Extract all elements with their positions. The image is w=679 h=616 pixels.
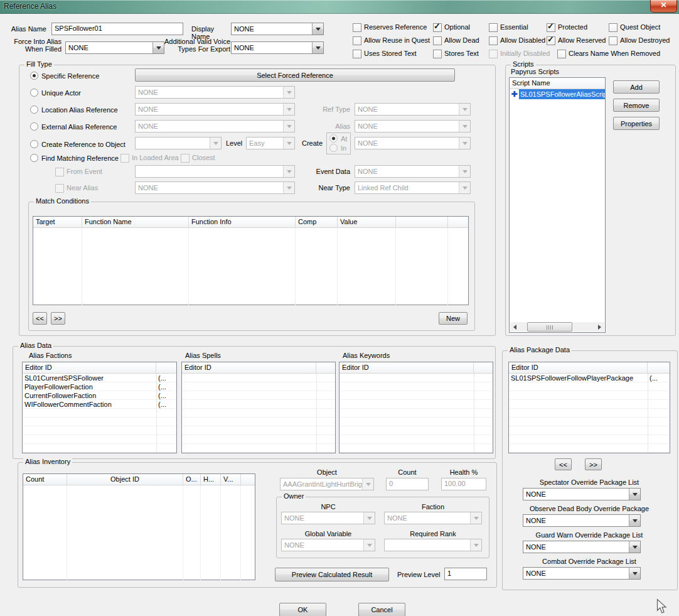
list-body[interactable] [340,374,493,453]
column-function-name[interactable]: Function Name [82,217,189,227]
list-body[interactable]: SL01CurrentSPSFollower(... PlayerFollowe… [23,374,176,453]
conditions-next-button[interactable]: >> [51,312,65,325]
chevron-down-icon[interactable] [312,42,323,53]
list-item[interactable]: PlayerFollowerFaction(... [23,382,176,391]
checkbox-allow-reserved[interactable]: Allow Reserved [547,36,606,45]
checkbox-uses-stored-text[interactable]: Uses Stored Text [353,50,417,58]
checkbox-stores-text[interactable]: Stores Text [433,50,479,58]
column-blank[interactable] [648,362,670,373]
checkbox-essential[interactable]: Essential [489,23,528,32]
column-blank[interactable] [396,217,448,227]
scrollbar-thumb[interactable] [527,322,572,332]
ok-button[interactable]: OK [279,603,326,616]
script-properties-button[interactable]: Properties [613,117,660,130]
column-blank[interactable] [316,362,335,373]
column-blank[interactable] [241,474,255,485]
alias-factions-list[interactable]: Editor ID SL01CurrentSPSFollower(... Pla… [22,362,177,453]
radio-specific-reference[interactable]: Specific Reference [30,72,99,80]
list-body[interactable]: SL01SPSFollowerFollowPlayerPackage(... [509,374,670,453]
alias-inventory-table[interactable]: Count Object ID O... H... V... [23,473,255,580]
scroll-right-arrow-icon[interactable] [595,322,604,332]
chevron-down-icon[interactable] [629,541,640,553]
preview-level-input[interactable]: 1 [444,568,487,580]
guard-warn-override-combo[interactable]: NONE [523,541,641,553]
script-list-item[interactable]: ✚ SL01SPSFollowerAliasScript [510,89,605,99]
column-blank[interactable] [474,362,493,373]
column-count[interactable]: Count [23,474,67,485]
column-v[interactable]: V... [221,474,241,485]
list-item[interactable]: SL01CurrentSPSFollower(... [23,374,176,382]
alias-spells-list[interactable]: Editor ID [181,362,336,453]
close-button[interactable]: ✕ [650,0,677,13]
voice-types-combo[interactable]: NONE [231,41,324,54]
column-editor-id[interactable]: Editor ID [23,362,156,373]
checkbox-reserves-reference[interactable]: Reserves Reference [353,23,427,32]
column-target[interactable]: Target [33,217,82,227]
checkbox-allow-disabled[interactable]: Allow Disabled [489,36,545,45]
checkbox-allow-reuse-in-quest[interactable]: Allow Reuse in Quest [353,36,430,45]
scroll-left-arrow-icon[interactable] [510,322,520,332]
column-comp[interactable]: Comp [296,217,338,227]
table-body[interactable] [33,228,468,305]
radio-external-alias-reference[interactable]: External Alias Reference [30,122,117,131]
title-bar[interactable]: Reference Alias [0,0,679,14]
preview-calculated-result-button[interactable]: Preview Calculated Result [275,568,389,581]
alias-keywords-list[interactable]: Editor ID [339,362,493,453]
checkbox-optional[interactable]: Optional [433,23,470,32]
list-item[interactable]: SL01SPSFollowerFollowPlayerPackage(... [509,374,670,382]
list-body[interactable]: ✚ SL01SPSFollowerAliasScript [510,89,605,322]
column-h[interactable]: H... [201,474,221,485]
column-value[interactable]: Value [338,217,396,227]
chevron-down-icon[interactable] [629,515,640,526]
add-script-button[interactable]: Add [613,80,660,94]
remove-script-button[interactable]: Remove [613,99,660,112]
scrollbar-track[interactable] [520,322,595,332]
display-name-combo[interactable]: NONE [231,23,324,35]
table-body[interactable] [23,485,255,580]
column-editor-id[interactable]: Editor ID [182,362,316,373]
package-prev-button[interactable]: << [555,458,572,470]
radio-create-in: In [329,144,346,152]
chevron-down-icon[interactable] [629,489,640,500]
column-function-info[interactable]: Function Info [189,217,296,227]
alias-package-list[interactable]: Editor ID SL01SPSFollowerFollowPlayerPac… [508,362,670,453]
column-object-id[interactable]: Object ID [67,474,183,485]
radio-location-alias-reference[interactable]: Location Alias Reference [30,105,118,114]
column-editor-id[interactable]: Editor ID [340,362,474,373]
list-item[interactable]: WIFollowerCommentFaction(... [23,400,176,409]
list-body[interactable] [182,374,335,453]
conditions-prev-button[interactable]: << [33,312,47,325]
radio-unique-actor[interactable]: Unique Actor [30,89,81,97]
combat-override-combo[interactable]: NONE [523,567,641,580]
cancel-button[interactable]: Cancel [358,603,405,616]
force-into-alias-label: Force Into Alias When Filled [9,38,61,53]
column-o[interactable]: O... [183,474,201,485]
observe-dead-body-override-combo[interactable]: NONE [523,514,641,527]
radio-create-reference-to-object[interactable]: Create Reference to Object [30,140,126,148]
column-blank[interactable] [448,217,468,227]
alias-inventory-legend: Alias Inventory [23,458,72,465]
checkbox-allow-dead[interactable]: Allow Dead [433,36,479,45]
checkbox-clears-name-when-removed[interactable]: Clears Name When Removed [557,50,660,58]
horizontal-scrollbar[interactable] [510,322,604,332]
spectator-override-combo[interactable]: NONE [523,488,641,500]
force-into-alias-combo[interactable]: NONE [65,41,164,54]
new-condition-button[interactable]: New [439,312,468,325]
chevron-down-icon[interactable] [312,23,323,35]
column-script-name[interactable]: Script Name [510,78,605,89]
column-editor-id[interactable]: Editor ID [509,362,648,373]
checkbox-allow-destroyed[interactable]: Allow Destroyed [609,36,670,45]
checkbox-quest-object[interactable]: Quest Object [609,23,660,32]
radio-find-matching-reference[interactable]: Find Matching Reference [30,154,119,162]
select-forced-reference-button[interactable]: Select Forced Reference [135,68,455,82]
chevron-down-icon[interactable] [152,42,164,53]
column-blank[interactable] [156,362,176,373]
alias-name-input[interactable]: SPSFollower01 [51,23,183,35]
list-item[interactable]: CurrentFollowerFaction(... [23,391,176,400]
radio-dot [30,72,38,80]
checkbox-protected[interactable]: Protected [547,23,587,32]
chevron-down-icon[interactable] [629,568,640,579]
package-next-button[interactable]: >> [585,458,602,470]
papyrus-scripts-list[interactable]: Script Name ✚ SL01SPSFollowerAliasScript [509,77,606,333]
match-conditions-table[interactable]: Target Function Name Function Info Comp … [33,216,469,305]
